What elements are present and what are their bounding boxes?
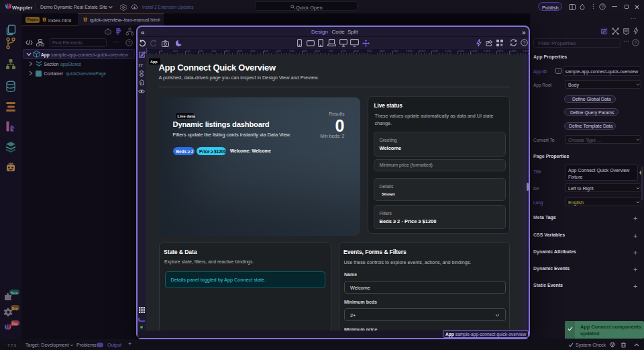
svg-text:?: ?: [601, 4, 604, 9]
svg-text:?: ?: [523, 40, 526, 45]
svg-text:?: ?: [635, 40, 637, 45]
svg-text:?: ?: [128, 40, 131, 45]
svg-text:i: i: [558, 69, 559, 73]
